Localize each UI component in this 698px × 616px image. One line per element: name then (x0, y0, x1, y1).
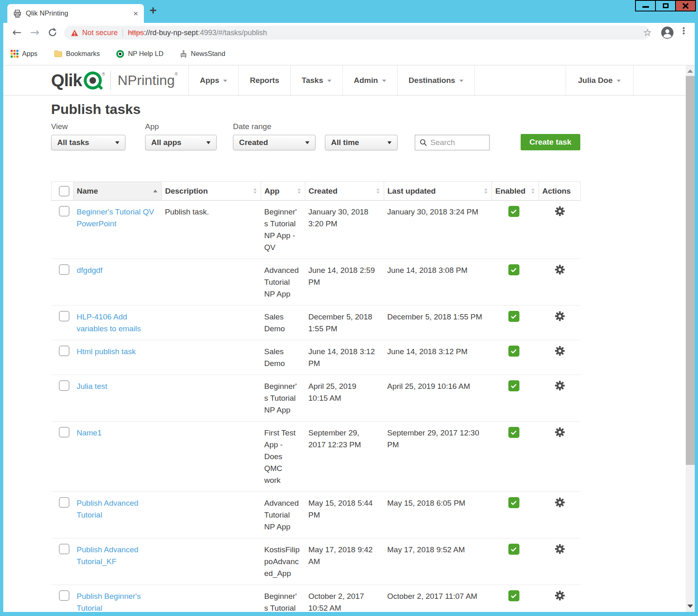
url-bar[interactable]: Not secure https://rd-buy-np-sept:4993/#… (64, 26, 650, 40)
actions-gear-icon[interactable] (555, 346, 565, 356)
task-created-cell: April 25, 2019 10:15 AM (305, 375, 384, 422)
task-enabled-cell (492, 201, 539, 259)
nav-item-reports[interactable]: Reports (238, 65, 290, 95)
actions-gear-icon[interactable] (555, 380, 565, 391)
nav-item-apps[interactable]: Apps (188, 65, 239, 95)
row-checkbox[interactable] (59, 311, 69, 321)
enabled-checkbox[interactable] (508, 590, 519, 601)
browser-tab[interactable]: Qlik NPrinting × (7, 4, 144, 23)
window-minimize-button[interactable] (635, 0, 656, 11)
task-enabled-cell (492, 259, 539, 306)
task-name-link[interactable]: dfgdgdf (77, 266, 103, 275)
row-checkbox[interactable] (59, 590, 69, 601)
search-input[interactable] (430, 138, 483, 147)
row-checkbox[interactable] (59, 427, 69, 437)
bookmark-bookmarks[interactable]: Bookmarks (54, 50, 100, 58)
view-filter-label: View (51, 122, 125, 131)
task-name-link[interactable]: Julia test (77, 382, 107, 391)
row-checkbox[interactable] (59, 346, 69, 356)
bookmark-apps[interactable]: Apps (11, 50, 38, 58)
refresh-icon[interactable] (47, 27, 58, 40)
enabled-checkbox[interactable] (508, 206, 519, 217)
url-host: ://rd-buy-np-sept (144, 29, 198, 37)
check-icon (510, 266, 517, 274)
minimize-icon (642, 6, 649, 8)
new-tab-button[interactable]: + (150, 3, 157, 17)
bookmarks-bar: Apps Bookmarks NP Help LD NewsStand (3, 42, 695, 65)
task-created-cell: May 15, 2018 5:44 PM (305, 492, 384, 538)
tab-close-icon[interactable]: × (133, 9, 138, 18)
actions-gear-icon[interactable] (555, 206, 565, 216)
task-name-link[interactable]: Name1 (77, 429, 102, 437)
back-icon[interactable]: ← (12, 26, 22, 38)
enabled-checkbox[interactable] (508, 427, 519, 438)
task-actions-cell (539, 538, 581, 585)
nav-item-tasks[interactable]: Tasks (290, 65, 342, 95)
profile-avatar-icon[interactable] (661, 27, 673, 39)
nav-item-destinations[interactable]: Destinations (397, 65, 475, 95)
enabled-checkbox[interactable] (508, 497, 519, 508)
select-all-checkbox[interactable] (59, 186, 69, 196)
view-select[interactable]: All tasks (51, 135, 125, 150)
task-created-cell: October 2, 2017 10:52 AM (305, 585, 384, 612)
bookmark-newsstand[interactable]: NewsStand (180, 50, 225, 58)
forward-icon[interactable]: → (30, 26, 40, 38)
app-select[interactable]: All apps (145, 135, 217, 150)
window-close-button[interactable] (675, 0, 696, 11)
actions-gear-icon[interactable] (555, 427, 565, 437)
task-updated-cell: September 29, 2017 12:30 PM (384, 422, 492, 492)
bookmark-star-icon[interactable]: ☆ (643, 27, 652, 38)
actions-gear-icon[interactable] (555, 544, 565, 554)
close-icon (682, 3, 689, 9)
actions-gear-icon[interactable] (555, 497, 565, 508)
column-header-created[interactable]: Created (305, 182, 384, 201)
column-header-enabled[interactable]: Enabled (492, 182, 539, 201)
task-name-link[interactable]: Html publish task (77, 347, 136, 356)
column-header-app[interactable]: App (261, 182, 305, 201)
task-actions-cell (539, 422, 581, 492)
row-checkbox[interactable] (59, 544, 69, 554)
task-name-cell: Julia test (74, 375, 162, 422)
window-maximize-button[interactable] (655, 0, 676, 11)
task-created-cell: January 30, 2018 3:20 PM (305, 201, 384, 259)
check-icon (510, 546, 517, 553)
browser-menu-icon[interactable]: ⋮ (679, 26, 688, 36)
actions-gear-icon[interactable] (555, 590, 565, 601)
page-title: Publish tasks (51, 101, 580, 117)
create-task-button[interactable]: Create task (521, 134, 580, 150)
table-row: Html publish task Sales Demo June 14, 20… (51, 340, 581, 375)
bookmark-np-help[interactable]: NP Help LD (116, 50, 163, 58)
chevron-down-icon (305, 141, 309, 144)
enabled-checkbox[interactable] (508, 264, 519, 275)
task-name-link[interactable]: Publish Beginner's Tutorial (77, 592, 141, 612)
enabled-checkbox[interactable] (508, 380, 519, 391)
task-name-link[interactable]: HLP-4106 Add variables to emails (77, 312, 141, 333)
user-menu[interactable]: Julia Doe (566, 65, 633, 95)
column-header-description[interactable]: Description (162, 182, 261, 201)
column-header-last-updated[interactable]: Last updated (384, 182, 492, 201)
actions-gear-icon[interactable] (555, 264, 565, 275)
task-name-link[interactable]: Publish Advanced Tutorial_KF (77, 545, 139, 566)
check-icon (510, 429, 517, 436)
row-checkbox[interactable] (59, 264, 69, 275)
date-type-select[interactable]: Created (233, 135, 315, 150)
nav-item-admin[interactable]: Admin (342, 65, 397, 95)
enabled-checkbox[interactable] (508, 311, 519, 322)
task-name-link[interactable]: Publish Advanced Tutorial (77, 499, 139, 519)
column-header-name[interactable]: Name (74, 182, 162, 201)
bookmark-label: Apps (22, 50, 38, 58)
enabled-checkbox[interactable] (508, 544, 519, 555)
row-checkbox[interactable] (59, 380, 69, 391)
row-checkbox[interactable] (59, 497, 69, 508)
task-updated-cell: December 5, 2018 1:55 PM (384, 306, 492, 340)
row-checkbox[interactable] (59, 206, 69, 216)
qlik-icon (116, 50, 124, 58)
scroll-down-icon[interactable] (687, 605, 693, 608)
actions-gear-icon[interactable] (555, 311, 565, 321)
scroll-up-icon[interactable] (687, 69, 693, 73)
date-period-select[interactable]: All time (325, 135, 398, 150)
enabled-checkbox[interactable] (508, 346, 519, 357)
scrollbar-thumb[interactable] (686, 76, 695, 465)
sort-icon (298, 188, 301, 194)
task-name-link[interactable]: Beginner's Tutorial QV PowerPoint (77, 208, 154, 228)
